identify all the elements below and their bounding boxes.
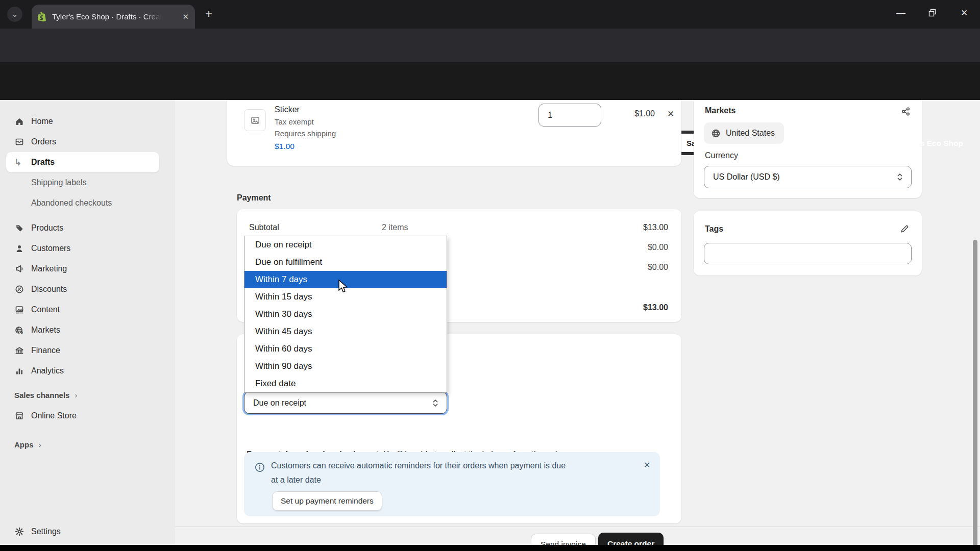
finance-icon [14,345,24,356]
chevron-right-icon: › [75,391,78,399]
product-name[interactable]: Sticker [275,105,300,114]
mouse-cursor [338,280,351,294]
product-thumbnail [244,109,266,131]
sidebar-item-settings[interactable]: Settings [6,521,159,542]
markets-icon: $ [14,325,24,335]
subtotal-items-count: 2 items [382,223,408,232]
page-scrollbar-thumb[interactable] [973,240,977,545]
dropdown-option-due-on-fulfillment[interactable]: Due on fulfillment [244,254,447,271]
payment-terms-dropdown: Due on receipt Due on fulfillment Within… [244,236,447,393]
tab-close-icon[interactable]: ✕ [182,12,189,21]
sidebar-item-label: Finance [31,346,60,355]
tags-edit-pencil-icon[interactable] [899,223,910,234]
reminders-info-banner: Customers can receive automatic reminder… [244,452,660,516]
globe-icon [710,128,721,139]
footer-divider [175,527,980,527]
window-minimize-button[interactable]: — [885,0,917,26]
banner-message: Customers can receive automatic reminder… [271,459,623,487]
image-placeholder-icon [250,115,261,126]
sidebar-item-label: Markets [31,325,60,335]
sidebar-item-online-store[interactable]: Online Store [6,406,159,426]
browser-tab[interactable]: Tyler's Eco Shop · Drafts · Creat ✕ [32,5,195,29]
customers-icon [14,243,24,254]
dropdown-option-within-60-days[interactable]: Within 60 days [244,340,447,358]
tags-card: Tags [694,211,922,276]
market-chip-label: United States [726,129,775,138]
shipping-status: Requires shipping [275,129,336,138]
window-close-button[interactable]: ✕ [948,0,980,26]
markets-title: Markets [705,106,736,115]
sidebar-item-label: Shipping labels [31,178,87,187]
dropdown-option-within-90-days[interactable]: Within 90 days [244,358,447,375]
sidebar-item-label: Orders [31,137,56,146]
banner-close-icon[interactable]: ✕ [644,460,650,470]
products-tag-icon [14,223,24,233]
orders-icon [14,137,24,147]
remove-item-icon[interactable]: ✕ [667,109,674,119]
markets-manage-icon[interactable] [900,106,911,117]
apps-section[interactable]: Apps › [14,440,41,449]
apps-label: Apps [14,440,34,449]
market-chip-united-states[interactable]: United States [704,122,784,144]
sidebar-item-label: Settings [31,527,61,536]
svg-text:$: $ [20,330,23,335]
sidebar-item-abandoned-checkouts[interactable]: Abandoned checkouts [6,193,159,213]
sidebar-item-home[interactable]: Home [6,111,159,132]
sidebar-item-products[interactable]: Products [6,218,159,238]
tags-input[interactable] [704,243,912,264]
payment-terms-select[interactable]: Due on receipt [244,392,447,414]
sidebar-item-label: Drafts [31,158,55,167]
info-icon [254,462,265,473]
discounts-icon [14,284,24,294]
quantity-input[interactable]: 1 [538,104,601,127]
browser-tab-strip: ⌄ Tyler's Eco Shop · Drafts · Creat ✕ + … [0,0,980,29]
tab-search-button[interactable]: ⌄ [7,7,22,22]
subtotal-value: $13.00 [643,223,668,232]
payment-section-title: Payment [237,193,271,203]
dropdown-option-within-30-days[interactable]: Within 30 days [244,306,447,323]
sidebar-item-customers[interactable]: Customers [6,238,159,259]
tax-status: Tax exempt [275,117,314,126]
setup-reminders-button[interactable]: Set up payment reminders [272,491,382,511]
sidebar-item-markets[interactable]: $ Markets [6,320,159,340]
shopify-top-bar: shopify Unsaved draft order Discard Save… [0,62,980,100]
sidebar-item-label: Online Store [31,411,77,420]
sidebar-nav: Home Orders ↳ Drafts Shipping labels Aba… [0,100,175,545]
sidebar-item-marketing[interactable]: Marketing [6,259,159,279]
sub-arrow-icon: ↳ [14,157,24,168]
sidebar-item-drafts[interactable]: ↳ Drafts [6,152,159,172]
screen: ⌄ Tyler's Eco Shop · Drafts · Creat ✕ + … [0,0,980,551]
window-restore-button[interactable] [917,0,948,26]
dropdown-option-due-on-receipt[interactable]: Due on receipt [244,236,447,254]
line-total: $1.00 [614,109,655,118]
marketing-icon [14,264,24,274]
currency-value: US Dollar (USD $) [713,172,780,182]
sidebar-item-finance[interactable]: Finance [6,340,159,361]
dropdown-option-within-45-days[interactable]: Within 45 days [244,323,447,340]
online-store-icon [14,411,24,421]
shopify-favicon-icon [38,12,47,22]
sidebar-item-label: Discounts [31,285,67,294]
sidebar-item-label: Products [31,223,63,233]
currency-label: Currency [705,151,738,160]
dropdown-option-fixed-date[interactable]: Fixed date [244,375,447,392]
sidebar-item-content[interactable]: Content [6,299,159,320]
discount-value: $0.00 [648,243,668,252]
analytics-icon [14,366,24,376]
markets-card: Markets United States Currency US Dollar… [694,100,922,198]
currency-select[interactable]: US Dollar (USD $) [704,166,912,188]
new-tab-button[interactable]: + [205,7,212,20]
settings-gear-icon [14,527,24,537]
sidebar-item-analytics[interactable]: Analytics [6,361,159,381]
sidebar-item-label: Content [31,305,60,314]
sales-channels-section[interactable]: Sales channels › [14,391,78,399]
select-updown-icon [896,172,904,182]
shipping-value: $0.00 [648,263,668,272]
unit-price-link[interactable]: $1.00 [275,142,295,151]
select-updown-icon [431,398,439,408]
chevron-right-icon: › [39,440,41,449]
sidebar-item-shipping-labels[interactable]: Shipping labels [6,172,159,193]
screen-bottom-edge [0,545,980,551]
sidebar-item-discounts[interactable]: Discounts [6,279,159,299]
sidebar-item-orders[interactable]: Orders [6,132,159,152]
